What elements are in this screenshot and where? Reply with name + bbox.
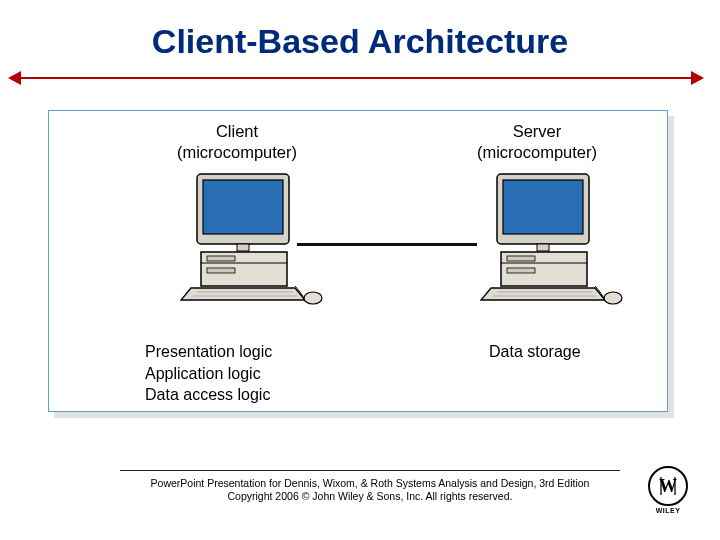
client-func-1: Presentation logic bbox=[145, 341, 272, 363]
footer-line-1: PowerPoint Presentation for Dennis, Wixo… bbox=[120, 477, 620, 491]
server-label-line2: (microcomputer) bbox=[477, 143, 597, 161]
footer-line-2: Copyright 2006 © John Wiley & Sons, Inc.… bbox=[120, 490, 620, 504]
wiley-logo-circle: W bbox=[648, 466, 688, 506]
server-column: Server (microcomputer) bbox=[427, 121, 647, 325]
footer-text: PowerPoint Presentation for Dennis, Wixo… bbox=[120, 477, 620, 504]
client-label: Client (microcomputer) bbox=[127, 121, 347, 162]
svg-marker-18 bbox=[481, 288, 605, 300]
page-title: Client-Based Architecture bbox=[0, 22, 720, 61]
svg-point-21 bbox=[604, 292, 622, 304]
svg-text:W: W bbox=[659, 476, 677, 496]
svg-rect-1 bbox=[203, 180, 283, 234]
client-func-2: Application logic bbox=[145, 363, 272, 385]
svg-point-10 bbox=[304, 292, 322, 304]
client-label-line1: Client bbox=[216, 122, 258, 140]
divider-arrow bbox=[18, 77, 694, 79]
svg-rect-12 bbox=[503, 180, 583, 234]
footer-divider bbox=[120, 470, 620, 471]
wiley-w-icon: W bbox=[655, 473, 681, 499]
server-label: Server (microcomputer) bbox=[427, 121, 647, 162]
wiley-logo: W WILEY bbox=[646, 466, 690, 510]
server-computer-icon bbox=[427, 170, 647, 325]
server-func-1: Data storage bbox=[489, 341, 581, 363]
server-label-line1: Server bbox=[513, 122, 562, 140]
svg-rect-13 bbox=[537, 244, 549, 251]
wiley-brand-text: WILEY bbox=[646, 507, 690, 514]
client-computer-icon bbox=[127, 170, 347, 325]
svg-rect-2 bbox=[237, 244, 249, 251]
client-func-3: Data access logic bbox=[145, 384, 272, 406]
client-label-line2: (microcomputer) bbox=[177, 143, 297, 161]
diagram-container: Client (microcomputer) bbox=[48, 110, 672, 418]
diagram-box: Client (microcomputer) bbox=[48, 110, 668, 412]
client-functions: Presentation logic Application logic Dat… bbox=[145, 341, 272, 406]
svg-marker-7 bbox=[181, 288, 305, 300]
svg-rect-17 bbox=[507, 268, 535, 273]
svg-rect-6 bbox=[207, 268, 235, 273]
svg-rect-5 bbox=[207, 256, 235, 261]
client-column: Client (microcomputer) bbox=[127, 121, 347, 325]
svg-rect-16 bbox=[507, 256, 535, 261]
server-functions: Data storage bbox=[489, 341, 581, 363]
